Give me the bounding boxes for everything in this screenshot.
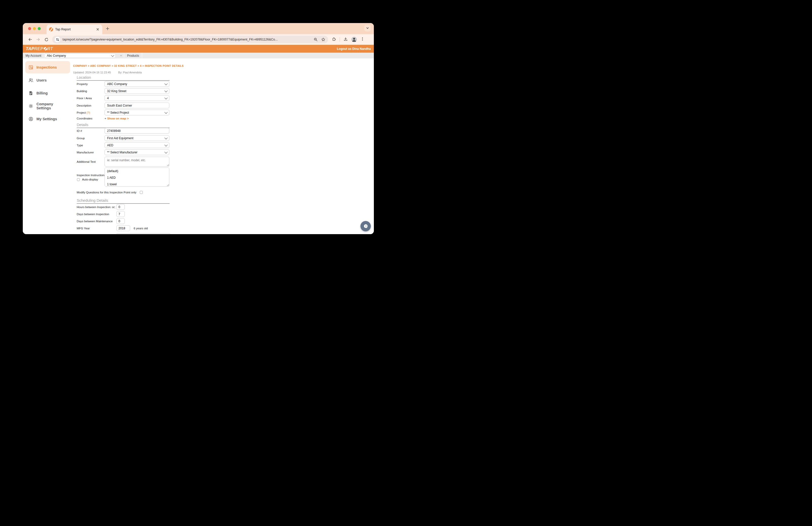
chevron-down-icon: [164, 136, 168, 140]
days-between-maintenance-label: Days between Maintenance: [77, 220, 113, 223]
company-select[interactable]: Abc Company: [45, 54, 116, 58]
updated-by: By: Paul Amendola: [118, 71, 142, 74]
days-between-maintenance-input[interactable]: [116, 218, 125, 224]
sidebar-item-label: Billing: [37, 91, 47, 95]
logo-part2: REP: [34, 46, 44, 52]
add-company-button[interactable]: +: [118, 54, 124, 58]
bookmark-star-icon[interactable]: [321, 37, 325, 42]
group-select[interactable]: First Aid Equipment: [104, 135, 169, 141]
details-section-title: Details: [77, 122, 170, 128]
sidebar-item-billing[interactable]: $ Billing: [25, 87, 70, 99]
tapreport-logo: TAPREPRT: [26, 46, 53, 52]
close-window-button[interactable]: [28, 27, 31, 30]
screen-background: Tap Report tapreport.io/secure/?pageview…: [0, 0, 397, 257]
property-select[interactable]: ABC Company: [104, 81, 169, 87]
url-text[interactable]: tapreport.io/secure/?pageview=equipment_…: [62, 38, 310, 41]
chevron-down-icon: [164, 150, 168, 154]
inspections-icon: [28, 65, 33, 70]
svg-text:?: ?: [365, 225, 366, 228]
type-label: Type: [77, 144, 83, 147]
group-label: Group: [77, 137, 85, 140]
products-tab[interactable]: Products: [124, 53, 142, 58]
sidebar-item-my-settings[interactable]: My Settings: [25, 113, 70, 125]
modify-questions-label: Modify Questions for this Inspection Poi…: [77, 191, 136, 194]
floor-area-label: Floor / Area: [77, 97, 92, 100]
manufacturer-select[interactable]: ** Select Manufacturer: [104, 149, 169, 155]
help-button[interactable]: ?: [360, 221, 371, 231]
building-label: Building: [77, 90, 87, 93]
browser-tab[interactable]: Tap Report: [47, 25, 102, 34]
sidebar-item-label: Inspections: [37, 65, 57, 69]
mfg-year-label: MFG Year: [77, 227, 90, 230]
coordinates-label: Coordinates: [77, 117, 92, 120]
description-label: Description: [77, 104, 91, 107]
sidebar-item-label: Users: [37, 78, 47, 82]
property-label: Property: [77, 83, 88, 86]
hours-between-inspection-label: Hours between Inspection: or;: [77, 206, 115, 208]
logo-part1: TAP: [26, 46, 34, 52]
window-controls[interactable]: [28, 27, 41, 30]
main-panel: COMPANY > ABC COMPANY > 32 KING STREET >…: [73, 58, 374, 234]
project-select[interactable]: ** Select Project: [104, 109, 169, 115]
zoom-window-button[interactable]: [38, 27, 41, 30]
auto-display-checkbox[interactable]: [77, 178, 80, 181]
zoom-out-icon[interactable]: [313, 37, 318, 42]
inspection-instructions-area[interactable]: (default) 1 AED 1 towel: [104, 167, 169, 187]
modify-questions-checkbox[interactable]: [140, 191, 143, 194]
auto-display-label: Auto-display: [82, 178, 98, 181]
show-on-map-link[interactable]: Show on map >: [107, 117, 129, 120]
sidebar-item-company-settings[interactable]: Company Settings: [25, 100, 70, 112]
floor-area-select[interactable]: 4: [104, 95, 169, 101]
type-value: AED: [107, 144, 113, 147]
project-help-hint[interactable]: (?): [87, 111, 90, 114]
chevron-down-icon: [164, 96, 168, 100]
building-select[interactable]: 32 King Street: [104, 88, 169, 94]
breadcrumb[interactable]: COMPANY > ABC COMPANY > 32 KING STREET >…: [73, 64, 184, 67]
sidebar-item-label: Company Settings: [37, 102, 67, 110]
billing-icon: $: [28, 91, 33, 96]
tab-search-chevron-icon[interactable]: [364, 25, 371, 31]
my-account-tab[interactable]: My Account: [23, 53, 45, 58]
account-bar: My Account Abc Company + Products: [23, 53, 374, 58]
type-select[interactable]: AED: [104, 142, 169, 148]
chevron-down-icon: [164, 82, 168, 85]
forward-icon[interactable]: [36, 37, 41, 42]
tab-close-icon[interactable]: [96, 27, 100, 31]
reload-icon[interactable]: [44, 37, 48, 42]
downloads-icon[interactable]: [344, 37, 348, 42]
sidebar-item-users[interactable]: Users: [25, 74, 70, 86]
additional-text-area[interactable]: [104, 157, 169, 166]
browser-menu-kebab-icon[interactable]: [360, 37, 364, 42]
mfg-year-input[interactable]: [116, 225, 130, 231]
chevron-down-icon: [111, 54, 114, 57]
minimize-window-button[interactable]: [33, 27, 36, 30]
sidebar: Inspections Users $ Billing Company Sett…: [23, 58, 73, 234]
building-value: 32 King Street: [107, 89, 126, 93]
extensions-icon[interactable]: [332, 37, 336, 42]
app-header: TAPREPRT Logout as Dina Nandha: [23, 45, 374, 53]
logo-part3: RT: [47, 46, 53, 52]
help-bubble-icon: ?: [363, 223, 368, 229]
description-input[interactable]: [104, 103, 169, 108]
chevron-down-icon: [164, 89, 168, 92]
coordinates-plus[interactable]: +: [104, 117, 106, 120]
partial-bottom-input[interactable]: [116, 233, 170, 234]
location-section-title: Location: [77, 75, 170, 81]
new-tab-button[interactable]: [105, 26, 110, 31]
days-between-inspection-input[interactable]: [116, 211, 125, 217]
scheduling-section-title: Scheduling Details: [77, 198, 170, 204]
site-settings-icon[interactable]: [55, 37, 60, 42]
page-content: Inspections Users $ Billing Company Sett…: [23, 58, 374, 234]
products-label: Products: [127, 54, 139, 57]
inspection-instructions-label: Inspection Instructions: [77, 174, 105, 177]
back-icon[interactable]: [28, 37, 32, 42]
url-bar[interactable]: tapreport.io/secure/?pageview=equipment_…: [52, 36, 328, 43]
logout-link[interactable]: Logout as Dina Nandha: [337, 47, 371, 50]
auto-display-row: Auto-display: [77, 178, 98, 181]
browser-toolbar: tapreport.io/secure/?pageview=equipment_…: [23, 34, 374, 45]
id-input[interactable]: [104, 128, 169, 134]
sidebar-item-inspections[interactable]: Inspections: [25, 61, 70, 73]
property-value: ABC Company: [107, 82, 127, 86]
profile-avatar[interactable]: [351, 37, 357, 42]
hours-between-inspection-input[interactable]: [116, 204, 125, 210]
